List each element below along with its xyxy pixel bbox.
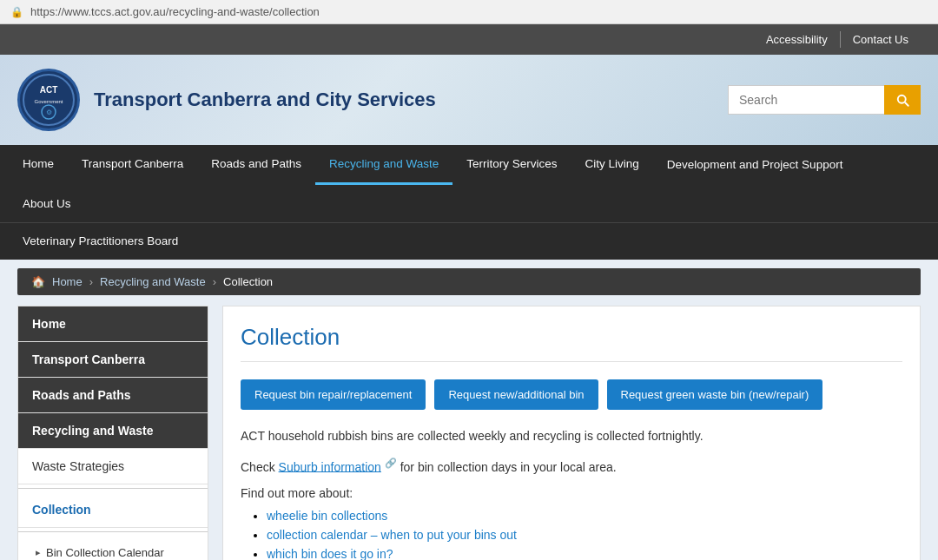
- sidebar: Home Transport Canberra Roads and Paths …: [17, 306, 208, 560]
- link-wheelie-bin-collections[interactable]: wheelie bin collections: [267, 509, 387, 523]
- nav-veterinary[interactable]: Veterinary Practitioners Board: [9, 223, 192, 260]
- body-paragraph-1: ACT household rubbish bins are collected…: [241, 427, 902, 445]
- list-item: collection calendar – when to put your b…: [267, 528, 902, 542]
- site-title: Transport Canberra and City Services: [94, 89, 436, 111]
- sidebar-divider: [18, 488, 208, 489]
- sidebar-divider-2: [18, 531, 208, 532]
- search-button[interactable]: [884, 85, 921, 115]
- home-icon: 🏠: [31, 275, 45, 288]
- link-list: wheelie bin collections collection calen…: [241, 509, 902, 560]
- svg-text:ACT: ACT: [40, 85, 58, 95]
- svg-text:⚙: ⚙: [46, 109, 52, 116]
- browser-bar: 🔒 https://www.tccs.act.gov.au/recycling-…: [0, 0, 938, 24]
- search-icon: [895, 92, 910, 108]
- nav-about-us[interactable]: About Us: [9, 185, 85, 222]
- sidebar-item-waste-strategies[interactable]: Waste Strategies: [18, 449, 208, 484]
- breadcrumb: 🏠 Home › Recycling and Waste › Collectio…: [17, 268, 921, 295]
- list-item: which bin does it go in?: [267, 547, 902, 560]
- nav-roads-and-paths[interactable]: Roads and Paths: [197, 145, 315, 185]
- breadcrumb-wrapper: 🏠 Home › Recycling and Waste › Collectio…: [0, 260, 938, 295]
- btn-green-waste-bin[interactable]: Request green waste bin (new/repair): [607, 379, 823, 410]
- secondary-nav: Veterinary Practitioners Board: [0, 222, 938, 260]
- list-item: wheelie bin collections: [267, 509, 902, 523]
- accessibility-link[interactable]: Accessibility: [754, 31, 841, 48]
- sidebar-item-home[interactable]: Home: [18, 306, 208, 342]
- breadcrumb-current: Collection: [223, 275, 273, 288]
- sidebar-item-recycling-and-waste[interactable]: Recycling and Waste: [18, 413, 208, 449]
- nav-home[interactable]: Home: [9, 145, 68, 185]
- suburb-information-link[interactable]: Suburb information: [279, 459, 381, 473]
- breadcrumb-home[interactable]: Home: [52, 275, 83, 288]
- page-title: Collection: [241, 324, 902, 362]
- sidebar-item-transport-canberra[interactable]: Transport Canberra: [18, 342, 208, 378]
- content-area: Home Transport Canberra Roads and Paths …: [0, 295, 938, 560]
- btn-new-additional-bin[interactable]: Request new/additional bin: [434, 379, 598, 410]
- external-link-icon: 🔗: [385, 458, 397, 468]
- svg-text:Government: Government: [34, 99, 63, 104]
- url-prefix: https://www.tccs.act.gov.au: [30, 5, 166, 18]
- btn-repair-replacement[interactable]: Request bin repair/replacement: [241, 379, 426, 410]
- link-collection-calendar[interactable]: collection calendar – when to put your b…: [267, 528, 517, 542]
- breadcrumb-recycling[interactable]: Recycling and Waste: [100, 275, 206, 288]
- sidebar-item-bin-collection-calendar[interactable]: Bin Collection Calendar: [18, 536, 208, 560]
- breadcrumb-sep-2: ›: [213, 275, 216, 288]
- main-content: Collection Request bin repair/replacemen…: [222, 306, 921, 560]
- nav-recycling-and-waste[interactable]: Recycling and Waste: [315, 145, 452, 185]
- url-path: /recycling-and-waste/collection: [166, 5, 320, 18]
- link-which-bin[interactable]: which bin does it go in?: [267, 547, 393, 560]
- sidebar-item-roads-and-paths[interactable]: Roads and Paths: [18, 378, 208, 413]
- find-out-label: Find out more about:: [241, 486, 902, 500]
- main-nav: Home Transport Canberra Roads and Paths …: [0, 145, 938, 222]
- nav-territory-services[interactable]: Territory Services: [452, 145, 571, 185]
- url-bar: https://www.tccs.act.gov.au/recycling-an…: [30, 5, 320, 18]
- action-buttons: Request bin repair/replacement Request n…: [241, 379, 902, 410]
- site-header: ACT Government ⚙ Transport Canberra and …: [0, 55, 938, 145]
- nav-city-living[interactable]: City Living: [571, 145, 653, 185]
- nav-transport-canberra[interactable]: Transport Canberra: [68, 145, 197, 185]
- search-input[interactable]: [728, 85, 884, 115]
- contact-us-link[interactable]: Contact Us: [841, 31, 921, 48]
- act-logo[interactable]: ACT Government ⚙: [17, 69, 80, 131]
- logo-area: ACT Government ⚙ Transport Canberra and …: [17, 69, 436, 131]
- lock-icon: 🔒: [10, 6, 23, 18]
- body-paragraph-2: Check Suburb information 🔗 for bin colle…: [241, 456, 902, 477]
- nav-development-project-support[interactable]: Development and Project Support: [653, 145, 857, 185]
- utility-bar: Accessibility Contact Us: [0, 24, 938, 55]
- sidebar-item-collection[interactable]: Collection: [18, 492, 208, 528]
- breadcrumb-sep-1: ›: [89, 275, 93, 288]
- search-area: [728, 85, 921, 115]
